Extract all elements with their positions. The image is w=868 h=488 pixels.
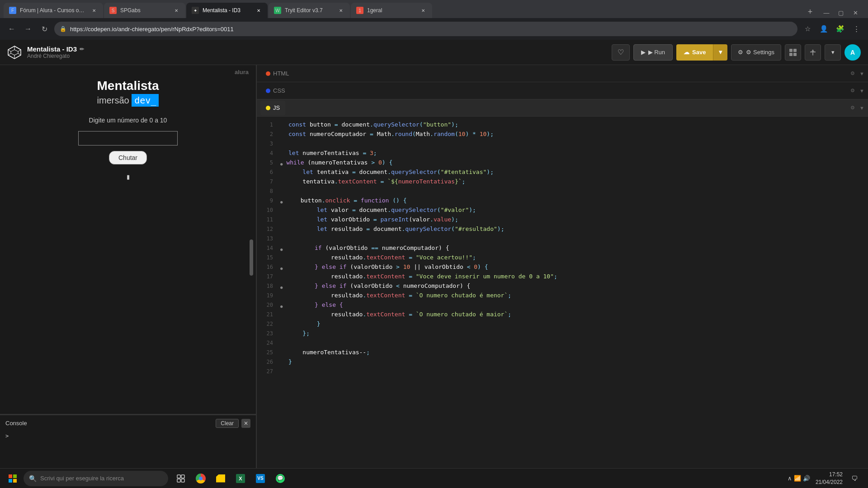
js-collapse-icon[interactable]: ▼ [859, 105, 864, 111]
code-line-14: 14● if (valorObtido == numeroComputador)… [257, 244, 868, 253]
code-token: textContent [338, 178, 381, 185]
pin-button[interactable] [805, 44, 821, 61]
js-settings-icon[interactable]: ⚙ [850, 105, 855, 111]
css-collapse-icon[interactable]: ▼ [859, 88, 864, 94]
svg-line-7 [18, 53, 21, 55]
line-content: while (numeroTentativas > 0) { [286, 158, 864, 168]
codepen-logo-icon [7, 45, 22, 60]
game-number-input[interactable] [78, 131, 178, 145]
heart-button[interactable]: ♡ [612, 44, 630, 61]
code-token: || valorObtido [410, 263, 467, 270]
more-options-button[interactable]: ▾ [825, 44, 841, 61]
line-dot-icon: ● [280, 300, 283, 310]
line-content: resultado.textContent = `O numero chutad… [288, 310, 864, 319]
line-number: 11 [260, 215, 273, 224]
notification-icon: 🗨 [851, 475, 858, 482]
browser-tab-tab5[interactable]: 1 1geral ✕ [351, 3, 432, 18]
header-actions: ♡ ▶ ▶ Run ☁ Save ▼ ⚙ ⚙ Settings [612, 44, 861, 61]
tab-close-icon[interactable]: ✕ [173, 7, 180, 14]
save-button[interactable]: ☁ Save [676, 44, 713, 61]
line-number: 23 [260, 329, 273, 338]
address-bar[interactable]: 🔒 https://codepen.io/andr-chieregato/pen… [54, 22, 797, 36]
console-close-button[interactable]: ✕ [241, 419, 250, 428]
change-view-button[interactable] [785, 44, 801, 61]
taskbar-search-box[interactable]: 🔍 Scrivi qui per eseguire la ricerca [24, 471, 168, 486]
code-token: ) { [382, 159, 392, 166]
code-token: () { [392, 197, 406, 204]
browser-menu-button[interactable]: ⋮ [850, 23, 863, 35]
close-button[interactable]: ✕ [850, 7, 861, 18]
clear-button[interactable]: Clear [216, 419, 239, 428]
tab-close-icon[interactable]: ✕ [90, 7, 98, 14]
profile-icon[interactable]: 👤 [817, 23, 830, 35]
preview-scrollbar[interactable] [250, 239, 253, 276]
code-token: 10 [458, 131, 466, 137]
forward-button[interactable]: → [22, 23, 34, 35]
code-token: parseInt [381, 216, 409, 223]
excel-taskbar-icon[interactable]: X [231, 469, 250, 488]
whatsapp-taskbar-icon[interactable]: 💬 [271, 469, 289, 488]
volume-icon[interactable]: 🔊 [803, 475, 810, 482]
tab-js[interactable]: JS [260, 101, 285, 115]
bookmark-icon[interactable]: ☆ [801, 23, 814, 35]
line-number: 7 [260, 177, 273, 186]
code-token: "#resultado" [455, 225, 497, 232]
browser-tab-tab1[interactable]: F Fórum | Alura - Cursos online de... ✕ [4, 3, 103, 18]
tray-up-arrow-icon[interactable]: ∧ [788, 475, 792, 482]
code-token: = [335, 121, 342, 128]
code-token: . [430, 131, 434, 137]
refresh-button[interactable]: ↻ [38, 23, 51, 35]
code-line-26: 26} [257, 357, 868, 367]
taskview-button[interactable] [172, 469, 190, 488]
svg-rect-19 [181, 479, 184, 482]
browser-tab-tab4[interactable]: W Tryit Editor v3.7 ✕ [269, 3, 350, 18]
vscode-taskbar-icon[interactable]: VS [251, 469, 269, 488]
save-group: ☁ Save ▼ [676, 44, 727, 61]
code-token: . [387, 169, 391, 175]
code-token: const [288, 121, 310, 128]
explorer-taskbar-icon[interactable] [212, 469, 230, 488]
css-settings-icon[interactable]: ⚙ [850, 88, 855, 94]
code-token: round [395, 131, 412, 137]
user-avatar[interactable]: A [844, 44, 861, 61]
code-token: . [387, 206, 391, 213]
game-guess-button[interactable]: Chutar [109, 151, 147, 164]
line-content: let resultado = document.querySelector("… [288, 225, 864, 234]
minimize-button[interactable]: — [821, 7, 832, 18]
code-line-25: 25 numeroTentativas--; [257, 348, 868, 357]
back-button[interactable]: ← [5, 23, 18, 35]
browser-tab-tab3[interactable]: ✦ Mentalista - ID3 ✕ [186, 3, 268, 18]
code-token: resultado [331, 292, 363, 299]
maximize-button[interactable]: ▢ [835, 7, 846, 18]
settings-button[interactable]: ⚙ ⚙ Settings [731, 44, 781, 61]
browser-tab-tab2[interactable]: S SPGabs ✕ [104, 3, 185, 18]
line-content: const button = document.querySelector("b… [288, 120, 864, 130]
code-token: textContent [366, 254, 409, 261]
code-line-5: 5●while (numeroTentativas > 0) { [257, 158, 868, 168]
tab-close-icon[interactable]: ✕ [255, 7, 262, 14]
tab-title: Mentalista - ID3 [203, 7, 251, 14]
code-token: (valorObtido [326, 244, 372, 251]
code-token: = [409, 292, 416, 299]
wifi-icon[interactable]: 📶 [794, 475, 801, 482]
save-dropdown-button[interactable]: ▼ [713, 44, 727, 61]
tab-close-icon[interactable]: ✕ [420, 7, 427, 14]
tab-html[interactable]: HTML [260, 66, 294, 81]
tab-close-icon[interactable]: ✕ [337, 7, 344, 14]
run-button[interactable]: ▶ ▶ Run [633, 44, 673, 61]
chrome-app-icon [196, 474, 206, 483]
code-line-22: 22 } [257, 319, 868, 329]
taskbar-clock[interactable]: 17:52 21/04/2022 [816, 471, 843, 486]
code-token: `O numero chutado é menor` [416, 292, 508, 299]
tab-css[interactable]: CSS [260, 84, 291, 98]
html-settings-icon[interactable]: ⚙ [850, 70, 855, 76]
extensions-icon[interactable]: 🧩 [834, 23, 846, 35]
edit-title-icon[interactable]: ✏ [80, 46, 84, 52]
code-editor[interactable]: 1const button = document.querySelector("… [257, 117, 868, 468]
code-token: } else { [315, 301, 343, 308]
start-button[interactable] [4, 469, 22, 488]
new-tab-button[interactable]: + [804, 5, 816, 18]
chrome-taskbar-icon[interactable] [192, 469, 210, 488]
notification-button[interactable]: 🗨 [848, 472, 861, 485]
html-collapse-icon[interactable]: ▼ [859, 71, 864, 76]
